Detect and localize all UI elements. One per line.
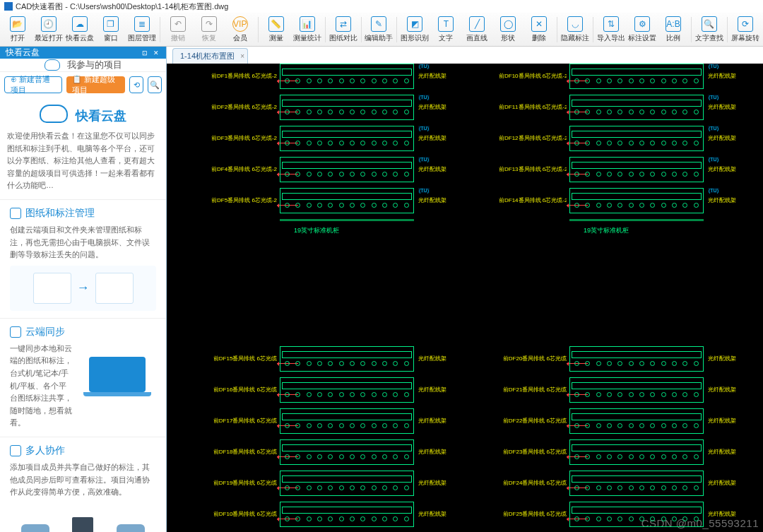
toolbar-图形识别[interactable]: ◩图形识别 bbox=[400, 13, 430, 46]
rack-label-right: 光纤配线架 bbox=[708, 479, 750, 487]
toolbar-测量统计[interactable]: 📊测量统计 bbox=[292, 13, 322, 46]
close-icon[interactable]: × bbox=[240, 52, 244, 60]
toolbar-恢复[interactable]: ↷恢复 bbox=[194, 13, 224, 46]
toolbar-最近打开[interactable]: 🕘最近打开 bbox=[34, 13, 64, 46]
rack-row: 前DF10番局排线 6芯光缆-2(TU)光纤配线架 bbox=[499, 64, 763, 93]
rack-label-left: 前DF13番局排线 6芯光缆-2 bbox=[499, 165, 567, 173]
toolbar-形状[interactable]: ◯形状 bbox=[493, 13, 523, 46]
rack-label-right: 光纤配线架 bbox=[418, 103, 461, 111]
rack-body bbox=[280, 439, 414, 465]
toolbar-比例[interactable]: A:B比例 bbox=[658, 13, 688, 46]
toolbar-icon: T bbox=[438, 16, 454, 32]
toolbar-测量[interactable]: 📏测量 bbox=[261, 13, 291, 46]
toolbar-删除[interactable]: ✕删除 bbox=[524, 13, 554, 46]
toolbar-会员[interactable]: VIP会员 bbox=[225, 13, 255, 46]
rack-tag: (TU) bbox=[708, 157, 719, 162]
toolbar-文字查找[interactable]: 🔍文字查找 bbox=[694, 13, 724, 46]
toolbar-icon: ↷ bbox=[201, 16, 217, 32]
toolbar-隐藏标注[interactable]: ◡隐藏标注 bbox=[560, 13, 590, 46]
toolbar-label: 形状 bbox=[501, 33, 515, 43]
section-body: 创建云端项目和文件夹来管理图纸和标注，再也无需担心由于电脑损坏、文件误删等导致标… bbox=[10, 224, 156, 261]
sync-illustration bbox=[78, 343, 156, 406]
toolbar-label: 窗口 bbox=[104, 33, 118, 43]
toolbar-label: 最近打开 bbox=[35, 33, 63, 43]
panel-close-icon[interactable]: ✕ bbox=[152, 49, 160, 57]
toolbar-窗口[interactable]: ❐窗口 bbox=[96, 13, 126, 46]
toolbar-快看云盘[interactable]: ☁快看云盘 bbox=[65, 13, 95, 46]
toolbar-icon: 📂 bbox=[10, 16, 25, 32]
rack-body bbox=[569, 95, 704, 120]
toolbar-label: 图形识别 bbox=[401, 33, 429, 43]
rack-row: 前DF23番局排线 6芯光缆光纤配线架 bbox=[499, 439, 763, 469]
toolbar-画直线[interactable]: ╱画直线 bbox=[462, 13, 492, 46]
rack-row: 前DF11番局排线 6芯光缆-2(TU)光纤配线架 bbox=[499, 95, 763, 124]
section-sync: 云端同步 一键同步本地和云端的图纸和标注，台式机/笔记本/手机/平板、各个平台图… bbox=[0, 318, 166, 437]
rack-label-right: 光纤配线架 bbox=[418, 417, 461, 425]
rack-body bbox=[569, 439, 704, 465]
toolbar-icon: 📏 bbox=[268, 16, 284, 32]
drawing-canvas[interactable]: CSDN @m0_55593211 前DF1番局排线 6芯光缆-2(TU)光纤配… bbox=[167, 64, 763, 532]
rack-row: 前DF14番局排线 6芯光缆-2(TU)光纤配线架 bbox=[499, 188, 763, 218]
toolbar-label: 快看云盘 bbox=[66, 33, 94, 43]
rack-body bbox=[280, 64, 414, 89]
sidebar-tab-label[interactable]: 我参与的项目 bbox=[67, 59, 122, 71]
toolbar-文字[interactable]: T文字 bbox=[431, 13, 461, 46]
rack-label-right: 光纤配线架 bbox=[708, 72, 750, 80]
toolbar-打开[interactable]: 📂打开 bbox=[3, 13, 32, 46]
brand-title: 快看云盘 bbox=[76, 107, 126, 124]
toolbar-图层管理[interactable]: ≣图层管理 bbox=[127, 13, 157, 46]
document-tab[interactable]: 1-14机柜布置图 × bbox=[172, 48, 248, 64]
rack-tag: (TU) bbox=[418, 157, 430, 162]
toolbar-图纸对比[interactable]: ⇄图纸对比 bbox=[329, 13, 358, 46]
brand-block: 快看云盘 欢迎使用快看云盘！在这里您不仅可以同步图纸和标注到手机、电脑等各个平台… bbox=[0, 97, 166, 199]
toolbar-label: 文字查找 bbox=[695, 33, 723, 43]
toolbar-label: 导入导出 bbox=[597, 33, 625, 43]
rack-tag: (TU) bbox=[708, 64, 719, 69]
rack-label-left: 前DF22番局排线 6芯光缆 bbox=[499, 417, 567, 425]
rack-row: 前DF10番局排线 6芯光缆光纤配线架 bbox=[209, 502, 485, 531]
toolbar-icon: ◡ bbox=[567, 16, 583, 32]
toolbar-icon: ◩ bbox=[407, 16, 422, 32]
toolbar-导入导出[interactable]: ⇅导入导出 bbox=[596, 13, 626, 46]
rack-body bbox=[280, 95, 414, 120]
toolbar-label: 屏幕旋转 bbox=[731, 33, 759, 43]
rack-body bbox=[569, 346, 704, 372]
toolbar-label: 隐藏标注 bbox=[561, 33, 589, 43]
rack-body bbox=[569, 408, 704, 434]
toolbar-icon: ⟳ bbox=[738, 16, 753, 32]
rack-label-left: 前DF10番局排线 6芯光缆-2 bbox=[499, 72, 567, 80]
canvas-area: 1-14机柜布置图 × CSDN @m0_55593211 前DF1番局排线 6… bbox=[167, 47, 763, 532]
new-super-project-button[interactable]: 📋 新建超级项目 bbox=[66, 76, 126, 93]
rack-tag: (TU) bbox=[708, 95, 719, 100]
rack-row: 前DF24番局排线 6芯光缆光纤配线架 bbox=[499, 471, 763, 500]
toolbar-label: 编辑助手 bbox=[365, 33, 393, 43]
rack-label-right: 光纤配线架 bbox=[708, 417, 750, 425]
rack-label-left: 前DF23番局排线 6芯光缆 bbox=[499, 448, 567, 456]
toolbar-label: 文字 bbox=[439, 33, 453, 43]
toolbar-icon: ☁ bbox=[72, 16, 88, 32]
rack-label-right: 光纤配线架 bbox=[418, 448, 461, 456]
toolbar-标注设置[interactable]: ⚙标注设置 bbox=[627, 13, 657, 46]
rack-row: 前DF12番局排线 6芯光缆-2(TU)光纤配线架 bbox=[499, 126, 763, 155]
rack-label-right: 光纤配线架 bbox=[708, 355, 750, 362]
section-manage: 图纸和标注管理 创建云端项目和文件夹来管理图纸和标注，再也无需担心由于电脑损坏、… bbox=[0, 199, 166, 318]
rack-label-right: 光纤配线架 bbox=[708, 134, 750, 142]
toolbar-屏幕旋转[interactable]: ⟳屏幕旋转 bbox=[731, 13, 760, 46]
rack-body bbox=[280, 126, 414, 151]
panel-title: 快看云盘 bbox=[6, 47, 40, 59]
toolbar-label: 会员 bbox=[233, 33, 247, 43]
rack-tag: (TU) bbox=[708, 126, 719, 131]
toolbar-icon: ❐ bbox=[103, 16, 119, 32]
search-button[interactable]: 🔍 bbox=[148, 76, 162, 93]
new-normal-project-button[interactable]: ⊕ 新建普通项目 bbox=[4, 76, 62, 93]
section-body: 一键同步本地和云端的图纸和标注，台式机/笔记本/手机/平板、各个平台图纸标注共享… bbox=[10, 343, 73, 430]
panel-pin-icon[interactable]: ⊡ bbox=[141, 49, 149, 57]
toolbar-撤销[interactable]: ↶撤销 bbox=[163, 13, 193, 46]
toolbar-编辑助手[interactable]: ✎编辑助手 bbox=[364, 13, 394, 46]
rack-body bbox=[280, 471, 414, 496]
sync-icon bbox=[10, 326, 21, 338]
refresh-button[interactable]: ⟲ bbox=[129, 76, 143, 93]
toolbar-icon: ✎ bbox=[371, 16, 386, 32]
rack-label-right: 光纤配线架 bbox=[418, 479, 461, 487]
rack-body bbox=[280, 377, 414, 403]
